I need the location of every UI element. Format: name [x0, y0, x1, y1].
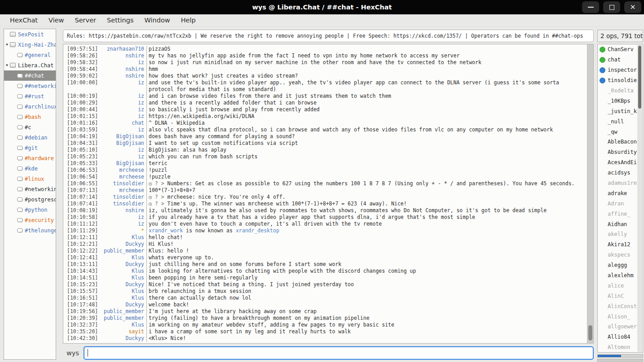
sidebar-item-linux[interactable]: #linux — [4, 174, 56, 184]
user-list-item[interactable]: alice — [598, 280, 643, 291]
nick[interactable]: Klus — [96, 254, 147, 261]
user-list-item[interactable]: chat — [598, 55, 643, 65]
user-list-item[interactable]: _qw — [598, 126, 643, 137]
user-list-item[interactable]: AlinC — [598, 291, 643, 301]
nick[interactable]: Duckyy — [96, 281, 147, 288]
menu-server[interactable]: Server — [69, 15, 101, 26]
user-list-item[interactable]: _null — [598, 116, 643, 126]
sidebar-item-thelounge[interactable]: #thelounge — [4, 225, 56, 236]
sidebar-item-git[interactable]: #git — [4, 143, 56, 153]
nick[interactable]: nshire — [96, 66, 147, 73]
sidebar-item-bash[interactable]: #bash — [4, 112, 56, 122]
chat-scrollbar-thumb[interactable] — [588, 325, 592, 340]
user-list-item[interactable]: Alison_ — [598, 311, 643, 322]
nick[interactable]: iz — [96, 79, 147, 93]
nick[interactable]: Klus — [96, 295, 147, 301]
user-list-item[interactable]: AcesAndEi — [598, 157, 643, 168]
nick[interactable]: Klus — [96, 268, 147, 275]
nick[interactable]: nshire — [96, 207, 147, 214]
menu-view[interactable]: View — [43, 15, 69, 26]
nick[interactable]: Klus — [96, 275, 147, 281]
sidebar-item-general[interactable]: #general — [4, 50, 56, 60]
nick[interactable]: public_member — [96, 315, 147, 322]
nick[interactable]: iz — [96, 214, 147, 221]
sidebar-item-kde[interactable]: #kde — [4, 163, 56, 174]
sidebar-item-security[interactable]: #security — [4, 215, 56, 225]
expander-icon[interactable]: ▼ — [4, 63, 10, 67]
user-list-item[interactable]: acidsys — [598, 168, 643, 178]
nick[interactable]: mrcheese — [96, 187, 147, 194]
nick[interactable]: nshire — [96, 52, 147, 59]
nick[interactable]: Klus — [96, 322, 147, 328]
nick[interactable]: Duckyy — [96, 301, 147, 308]
user-list-item[interactable]: Akira12 — [598, 240, 643, 250]
nick[interactable]: iz — [96, 59, 147, 66]
nick[interactable]: chat — [96, 120, 147, 126]
user-list-item[interactable]: allgoewer — [598, 322, 643, 332]
nick[interactable]: iz — [96, 93, 147, 100]
sidebar-item-xing-hai-zhar[interactable]: ▼Xing-Hai-Zhar — [4, 39, 56, 50]
userlist-scrollbar[interactable] — [637, 45, 642, 352]
sidebar-item-networking[interactable]: ##networking — [4, 81, 56, 91]
user-list-item[interactable]: _0xdelta — [598, 86, 643, 96]
nick[interactable]: iz — [96, 153, 147, 160]
nick[interactable]: mrcheese — [96, 174, 147, 180]
sidebar-item-c[interactable]: #c — [4, 122, 56, 132]
minimize-button[interactable] — [582, 1, 599, 13]
maximize-button[interactable] — [603, 1, 620, 13]
nick[interactable]: * — [96, 227, 147, 234]
nick[interactable]: iz — [96, 126, 147, 133]
userlist-scrollbar-thumb[interactable] — [638, 46, 641, 109]
nick[interactable]: tinsoldier — [96, 180, 147, 187]
nick-button[interactable]: wys — [63, 349, 84, 357]
nick[interactable]: sayit — [96, 328, 147, 335]
nick[interactable]: tinsoldier — [96, 201, 147, 207]
user-list-item[interactable]: Altomon — [598, 342, 643, 353]
sidebar-item-postgresql[interactable]: #postgresql — [4, 194, 56, 205]
user-list-item[interactable]: adamus1re — [598, 178, 643, 188]
user-list-item[interactable]: akspecs — [598, 250, 643, 260]
user-list-item[interactable]: tinsoldier — [598, 75, 643, 86]
user-list-item[interactable]: Aidhan — [598, 219, 643, 229]
nick[interactable]: iz — [96, 106, 147, 113]
user-list-item[interactable]: inspector — [598, 65, 643, 75]
nick[interactable]: mrcheese — [96, 167, 147, 174]
sidebar-item-libera.chat[interactable]: ▼Libera.Chat — [4, 60, 56, 70]
nick[interactable]: BigOjisan — [96, 140, 147, 147]
nick[interactable]: tinsoldier — [96, 194, 147, 201]
sidebar-item-chat[interactable]: ##chat — [4, 70, 56, 81]
sidebar-item-networking[interactable]: #networking — [4, 184, 56, 194]
nick[interactable]: BigOjisan — [96, 160, 147, 167]
user-list-item[interactable]: Adran — [598, 198, 643, 209]
user-list-item[interactable]: adrake — [598, 188, 643, 198]
nick[interactable]: iz — [96, 113, 147, 120]
nick[interactable]: public_member — [96, 248, 147, 254]
nick[interactable]: BigOjisan — [96, 133, 147, 140]
sidebar-item-debian[interactable]: #debian — [4, 132, 56, 143]
nick[interactable]: iz — [96, 221, 147, 227]
topic-bar[interactable]: Rules: https://pastebin.com/raw/ntTcx2xb… — [63, 30, 594, 42]
sidebar-item-python[interactable]: #python — [4, 205, 56, 215]
expander-icon[interactable]: ▼ — [4, 43, 10, 47]
nick[interactable]: Duckyy — [96, 241, 147, 248]
user-list-item[interactable]: alexlehm — [598, 270, 643, 281]
nick[interactable]: Duckyy — [96, 261, 147, 268]
menu-window[interactable]: Window — [139, 15, 176, 26]
chat-scrollbar[interactable] — [587, 44, 593, 343]
user-list-item[interactable]: _10KBps — [598, 96, 643, 106]
user-list-item[interactable]: Allio84 — [598, 332, 643, 342]
nick[interactable]: znarhasan710 — [96, 46, 147, 52]
user-list-item[interactable]: ChanServ — [598, 44, 643, 55]
menu-help[interactable]: Help — [176, 15, 201, 26]
nick[interactable]: Klus — [96, 288, 147, 295]
sidebar-item-hardware[interactable]: #hardware — [4, 153, 56, 163]
menu-hexchat[interactable]: HexChat — [4, 15, 43, 26]
nick[interactable]: Klus — [96, 234, 147, 241]
user-list-item[interactable]: _justin_k — [598, 106, 643, 116]
user-list-item[interactable]: Absurdity — [598, 147, 643, 157]
sidebar-item-sexposit[interactable]: SexPosit — [4, 29, 56, 39]
nick[interactable]: iz — [96, 147, 147, 153]
nick[interactable]: iz — [96, 100, 147, 106]
user-list-item[interactable]: akelly — [598, 229, 643, 240]
nick[interactable]: Duckyy — [96, 335, 147, 342]
